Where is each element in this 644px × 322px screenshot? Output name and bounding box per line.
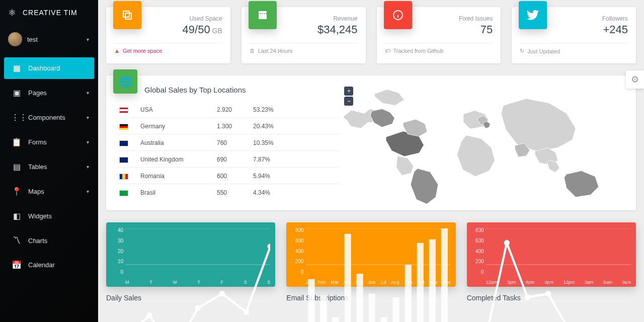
nav-label: Dashboard — [28, 64, 60, 72]
sidebar-item-dashboard[interactable]: ▦Dashboard — [4, 57, 94, 79]
table-row: Australia76010.35% — [116, 135, 339, 151]
cell-pct: 5.94% — [250, 169, 339, 184]
global-sales-card: 🌐 Global Sales by Top Locations USA2.920… — [106, 75, 636, 210]
flag-icon — [119, 140, 128, 146]
flag-icon — [119, 174, 128, 180]
calendar-icon: 🗓 — [250, 48, 255, 54]
chevron-down-icon: ▾ — [87, 115, 89, 120]
forms-icon: 📋 — [11, 137, 22, 147]
stat-footer: 🏷Tracked from Github — [385, 43, 493, 54]
flag-icon — [119, 124, 128, 130]
chevron-down-icon: ▾ — [87, 139, 89, 145]
svg-point-22 — [268, 244, 271, 250]
cell-pct: 53.23% — [250, 102, 339, 118]
twitter-icon — [519, 1, 547, 29]
sidebar-item-tables[interactable]: ▤Tables▾ — [4, 156, 94, 178]
chart-card-daily: 403020100 MTWTFSS Daily Sales — [106, 222, 275, 302]
world-map[interactable]: + − — [340, 83, 627, 201]
main-content: Used Space 49/50 GB ▲Get more space Reve… — [98, 0, 644, 322]
brand-label: CREATIVE TIM — [23, 9, 77, 17]
subs-chart: 8006004002000 JanFebMarAprMaiJunJulAugSe… — [286, 222, 455, 287]
svg-point-48 — [545, 291, 551, 297]
cell-country: Germany — [137, 119, 213, 134]
nav-label: Charts — [28, 237, 47, 245]
sidebar-user[interactable]: test ▾ — [0, 25, 98, 55]
cell-pct: 7.87% — [250, 152, 339, 168]
sales-table: USA2.92053.23%Germany1.30020.43%Australi… — [115, 101, 340, 201]
cell-value: 600 — [214, 169, 249, 184]
svg-rect-29 — [320, 295, 327, 322]
nav-label: Components — [28, 114, 65, 121]
sidebar: ⚛ CREATIVE TIM test ▾ ▦Dashboard▣Pages▾⋮… — [0, 0, 98, 322]
cell-value: 550 — [214, 185, 249, 200]
tables-icon: ▤ — [11, 162, 22, 172]
stat-card-followers: Followers +245 ↻Just Updated — [512, 7, 636, 63]
cell-country: United Kingdom — [137, 152, 213, 168]
user-name: test — [27, 36, 38, 43]
charts-row: 403020100 MTWTFSS Daily Sales 8006004002… — [106, 222, 636, 302]
svg-rect-28 — [308, 279, 315, 322]
maps-icon: 📍 — [11, 187, 22, 196]
sidebar-item-components[interactable]: ⋮⋮Components▾ — [4, 107, 94, 128]
svg-rect-34 — [381, 317, 387, 322]
svg-rect-36 — [405, 265, 412, 322]
sidebar-item-widgets[interactable]: ◧Widgets — [4, 205, 94, 227]
stat-footer: ↻Just Updated — [520, 43, 628, 54]
cell-value: 760 — [214, 135, 249, 151]
table-row: Germany1.30020.43% — [116, 119, 339, 134]
sidebar-item-calendar[interactable]: 📅Calendar — [4, 254, 94, 276]
table-row: Romania6005.94% — [116, 169, 339, 184]
settings-gear-button[interactable]: ⚙ — [626, 70, 644, 89]
svg-rect-39 — [441, 228, 448, 322]
svg-point-20 — [219, 291, 225, 297]
svg-point-21 — [244, 309, 250, 315]
sidebar-item-forms[interactable]: 📋Forms▾ — [4, 131, 94, 153]
flag-icon — [119, 157, 128, 163]
cell-pct: 4.34% — [250, 185, 339, 200]
charts-icon: 〽 — [11, 236, 22, 245]
svg-rect-35 — [393, 297, 399, 322]
tasks-chart: 8006004002000 12am3pm6pm9pm12pm3am6am9am — [467, 222, 636, 287]
cell-country: Brasil — [137, 185, 213, 200]
table-row: USA2.92053.23% — [116, 102, 339, 118]
pages-icon: ▣ — [11, 88, 22, 98]
daily-sales-chart: 403020100 MTWTFSS — [106, 222, 275, 287]
svg-rect-2 — [259, 11, 267, 13]
stat-card-revenue: Revenue $34,245 🗓Last 24 Hours — [242, 7, 366, 63]
world-map-svg — [340, 83, 627, 214]
cell-country: Romania — [137, 169, 213, 184]
svg-rect-0 — [125, 13, 131, 19]
refresh-icon: ↻ — [520, 48, 524, 54]
svg-rect-30 — [333, 317, 339, 322]
svg-rect-33 — [369, 294, 375, 322]
flag-icon — [119, 190, 128, 196]
widgets-icon: ◧ — [11, 211, 22, 221]
chevron-down-icon: ▾ — [87, 164, 89, 170]
nav-label: Maps — [28, 188, 44, 195]
svg-point-47 — [524, 294, 530, 300]
cell-value: 690 — [214, 152, 249, 168]
calendar-icon: 📅 — [11, 260, 22, 270]
svg-rect-5 — [261, 13, 262, 15]
get-space-link[interactable]: Get more space — [123, 48, 162, 54]
sidebar-item-pages[interactable]: ▣Pages▾ — [4, 82, 94, 104]
cell-value: 2.920 — [214, 102, 249, 118]
brand-logo[interactable]: ⚛ CREATIVE TIM — [0, 0, 98, 25]
svg-rect-7 — [265, 13, 266, 15]
global-sales-title: Global Sales by Top Locations — [144, 83, 340, 94]
avatar — [8, 32, 22, 46]
stat-card-issues: Fixed Issues 75 🏷Tracked from Github — [377, 7, 501, 63]
cell-pct: 10.35% — [250, 135, 339, 151]
stat-footer: 🗓Last 24 Hours — [250, 43, 358, 54]
tag-icon: 🏷 — [385, 48, 390, 54]
svg-rect-4 — [259, 13, 260, 15]
chevron-down-icon: ▾ — [87, 37, 89, 42]
cell-pct: 20.43% — [250, 119, 339, 134]
svg-rect-31 — [345, 234, 351, 322]
warning-icon: ▲ — [114, 48, 120, 54]
sidebar-item-maps[interactable]: 📍Maps▾ — [4, 181, 94, 202]
svg-point-17 — [146, 312, 152, 318]
stat-card-space: Used Space 49/50 GB ▲Get more space — [106, 7, 230, 63]
dashboard-icon: ▦ — [11, 63, 22, 73]
sidebar-item-charts[interactable]: 〽Charts — [4, 230, 94, 251]
